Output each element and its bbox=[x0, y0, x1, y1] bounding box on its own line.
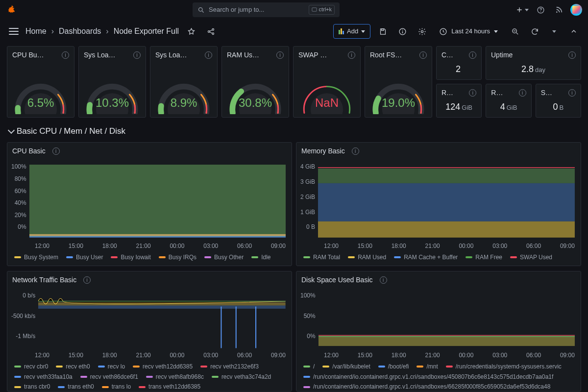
y-axis: 0 b/s-500 kb/s-1 Mb/s bbox=[11, 291, 38, 349]
legend-item[interactable]: trans eth0 bbox=[58, 383, 94, 391]
legend-item[interactable]: Busy User bbox=[66, 253, 103, 262]
legend-item[interactable]: SWAP Used bbox=[510, 253, 552, 262]
legend-swatch bbox=[14, 256, 21, 258]
stat-title: R… bbox=[441, 88, 453, 98]
menu-toggle-button[interactable] bbox=[7, 24, 21, 38]
legend-item[interactable]: Idle bbox=[251, 253, 270, 262]
legend-swatch bbox=[394, 256, 401, 258]
grafana-logo[interactable] bbox=[6, 4, 18, 16]
legend-label: /mnt bbox=[426, 363, 438, 371]
help-icon[interactable] bbox=[533, 2, 548, 17]
legend-swatch bbox=[98, 366, 105, 368]
stat-uptime[interactable]: Uptimei 2.8day bbox=[486, 46, 581, 80]
legend-item[interactable]: recv veth8afb968c bbox=[146, 373, 204, 381]
stat-rootfs-total[interactable]: R…i 124GiB bbox=[436, 84, 482, 118]
panel-disk-basic[interactable]: Disk Space Used Basici 100%50%0% 12:0015… bbox=[296, 271, 581, 392]
legend-item[interactable]: recv cbr0 bbox=[14, 363, 48, 371]
legend-item[interactable]: trans cbr0 bbox=[14, 383, 50, 391]
legend-item[interactable]: recv veth33faa10a bbox=[14, 373, 73, 381]
refresh-icon[interactable] bbox=[527, 24, 542, 39]
rss-icon[interactable] bbox=[552, 2, 566, 17]
legend-item[interactable]: /run/credentials/systemd-sysusers.servic bbox=[446, 363, 562, 371]
plot-area[interactable] bbox=[38, 291, 286, 349]
svg-point-5 bbox=[540, 11, 540, 12]
legend-item[interactable]: Busy System bbox=[14, 253, 58, 262]
save-icon[interactable] bbox=[375, 24, 390, 39]
settings-icon[interactable] bbox=[415, 24, 429, 39]
y-axis: 4 GiB3 GiB2 GiB1 GiB0 B bbox=[300, 162, 318, 240]
x-axis: 12:0015:0018:0021:0000:0003:0006:0009:00 bbox=[7, 240, 292, 250]
legend-label: / bbox=[313, 363, 315, 371]
legend-item[interactable]: /run/containerd/io.containerd.grpc.v1.cr… bbox=[303, 373, 553, 381]
legend-label: Busy User bbox=[76, 253, 103, 262]
gauge-ram-used[interactable]: RAM Us…i 30.8% bbox=[221, 46, 289, 118]
legend-item[interactable]: recv veth12dd6385 bbox=[133, 363, 193, 371]
legend-item[interactable]: recv veth86dce6f1 bbox=[80, 373, 138, 381]
panel-network-basic[interactable]: Network Traffic Basici 0 b/s-500 kb/s-1 … bbox=[7, 271, 292, 392]
svg-rect-39 bbox=[318, 337, 575, 346]
panel-memory-basic[interactable]: Memory Basici 4 GiB3 GiB2 GiB1 GiB0 B 12… bbox=[296, 142, 581, 266]
gauge-root-fs[interactable]: Root FS…i 19.0% bbox=[365, 46, 432, 118]
add-panel-button[interactable]: Add bbox=[333, 24, 370, 39]
search-placeholder: Search or jump to... bbox=[209, 5, 264, 14]
legend-item[interactable]: RAM Cache + Buffer bbox=[394, 253, 458, 262]
legend-item[interactable]: trans lo bbox=[102, 383, 131, 391]
search-keyboard-shortcut: ctrl+k bbox=[309, 5, 335, 14]
section-header[interactable]: Basic CPU / Mem / Net / Disk bbox=[7, 122, 581, 137]
legend-item[interactable]: /mnt bbox=[416, 363, 438, 371]
info-icon: i bbox=[276, 51, 284, 59]
legend-label: Busy Iowait bbox=[121, 253, 150, 262]
legend-swatch bbox=[446, 366, 453, 368]
legend-item[interactable]: Busy Other bbox=[204, 253, 244, 262]
breadcrumb-dashboards[interactable]: Dashboards bbox=[59, 26, 101, 37]
legend-item[interactable]: Busy Iowait bbox=[111, 253, 150, 262]
share-icon[interactable] bbox=[203, 24, 218, 39]
stat-ram-total[interactable]: R…i 4GiB bbox=[486, 84, 531, 118]
gauge-cpu-busy[interactable]: CPU Bu…i 6.5% bbox=[7, 46, 74, 118]
gauge-value: NaN bbox=[315, 95, 339, 111]
star-icon[interactable] bbox=[184, 24, 198, 39]
legend-item[interactable]: / bbox=[303, 363, 315, 371]
legend-item[interactable]: recv vetha3c74a2d bbox=[212, 373, 271, 381]
time-range-picker[interactable]: Last 24 hours bbox=[434, 24, 503, 39]
legend-item[interactable]: recv lo bbox=[98, 363, 125, 371]
global-search-input[interactable]: Search or jump to... ctrl+k bbox=[193, 2, 340, 17]
legend-item[interactable]: RAM Free bbox=[466, 253, 502, 262]
collapse-icon[interactable] bbox=[566, 24, 581, 39]
gauge-swap-used[interactable]: SWAP …i NaN bbox=[293, 46, 361, 118]
svg-rect-25 bbox=[29, 165, 286, 237]
info-icon: i bbox=[380, 276, 387, 284]
legend-swatch bbox=[466, 256, 472, 258]
stat-swap-total[interactable]: S…i 0B bbox=[536, 84, 581, 118]
legend-label: RAM Total bbox=[313, 253, 340, 262]
avatar[interactable] bbox=[570, 4, 582, 16]
legend-swatch bbox=[139, 386, 146, 388]
legend-item[interactable]: Busy IRQs bbox=[159, 253, 196, 262]
dashboard-info-icon[interactable] bbox=[395, 24, 410, 39]
plot-area[interactable] bbox=[29, 162, 286, 240]
legend-item[interactable]: RAM Used bbox=[348, 253, 386, 262]
refresh-interval-picker[interactable] bbox=[547, 24, 562, 39]
zoom-out-icon[interactable] bbox=[508, 24, 522, 39]
legend-swatch bbox=[204, 256, 211, 258]
legend-label: recv veth12dd6385 bbox=[143, 363, 193, 371]
panel-cpu-basic[interactable]: CPU Basici 100%80%60%40%20%0% 12:0015:00… bbox=[7, 142, 292, 266]
legend-item[interactable]: recv veth2132e6f3 bbox=[200, 363, 259, 371]
legend-item[interactable]: /run/containerd/io.containerd.grpc.v1.cr… bbox=[303, 383, 550, 391]
add-menu-button[interactable] bbox=[514, 2, 529, 17]
legend-item[interactable]: /var/lib/kubelet bbox=[322, 363, 370, 371]
gauge-sys-load-5[interactable]: Sys Loa…i 10.3% bbox=[78, 46, 146, 118]
legend-item[interactable]: RAM Total bbox=[303, 253, 340, 262]
legend-swatch bbox=[56, 366, 63, 368]
gauge-sys-load-15[interactable]: Sys Loa…i 8.9% bbox=[150, 46, 218, 118]
svg-point-1 bbox=[199, 7, 203, 11]
breadcrumb-current[interactable]: Node Exporter Full bbox=[114, 26, 179, 37]
legend-item[interactable]: trans veth12dd6385 bbox=[139, 383, 200, 391]
plot-area[interactable] bbox=[318, 162, 575, 240]
stat-cpu-cores[interactable]: C…i 2 bbox=[436, 46, 482, 80]
legend-item[interactable]: /boot/efi bbox=[378, 363, 409, 371]
legend-swatch bbox=[303, 386, 310, 388]
breadcrumb-home[interactable]: Home bbox=[25, 26, 47, 37]
plot-area[interactable] bbox=[318, 291, 575, 349]
legend-item[interactable]: recv eth0 bbox=[56, 363, 90, 371]
